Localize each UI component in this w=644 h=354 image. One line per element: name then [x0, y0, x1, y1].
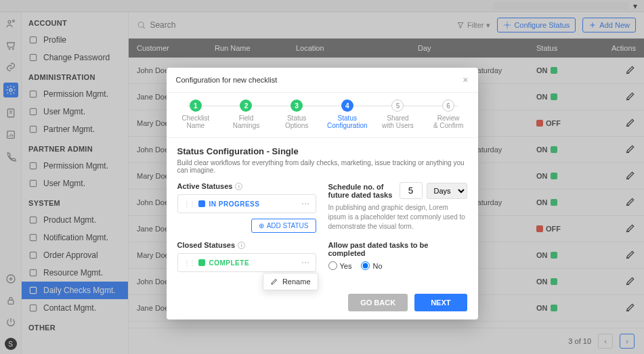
more-icon[interactable]: ⋯ — [301, 258, 310, 267]
closed-status-row[interactable]: ⋮⋮ COMPLETE ⋯ Rename — [177, 253, 316, 272]
status-label: COMPLETE — [209, 259, 250, 267]
step-number: 1 — [190, 99, 202, 112]
step-number: 3 — [291, 99, 303, 112]
step[interactable]: 4StatusConfiguration — [324, 99, 371, 129]
go-back-button[interactable]: GO BACK — [348, 294, 408, 311]
step-label: ChecklistName — [172, 114, 219, 129]
modal-title: Configuration for new checklist — [176, 76, 278, 84]
step-label: Review& Confirm — [425, 114, 472, 129]
drag-handle-icon[interactable]: ⋮⋮ — [184, 259, 194, 267]
step[interactable]: 6Review& Confirm — [425, 99, 472, 129]
active-status-row[interactable]: ⋮⋮ IN PROGRESS ⋯ — [177, 194, 316, 213]
section-desc: Build clear workflows for everything fro… — [177, 159, 467, 174]
next-button[interactable]: NEXT — [414, 294, 467, 311]
active-statuses-label: Active Statuses i — [177, 182, 316, 190]
status-label: IN PROGRESS — [209, 200, 260, 208]
modal-footer: GO BACK NEXT — [167, 286, 478, 319]
step-label: FieldNamings — [222, 114, 270, 129]
past-dated-label: Allow past dated tasks to be completed — [328, 241, 467, 257]
pencil-icon — [270, 278, 278, 286]
modal: Configuration for new checklist × 1Check… — [167, 68, 478, 319]
close-icon[interactable]: × — [463, 74, 468, 85]
step-label: StatusConfiguration — [324, 114, 371, 129]
step-number: 2 — [240, 99, 252, 112]
schedule-help: In publishing and graphic design, Lorem … — [328, 203, 467, 231]
radio-yes[interactable]: Yes — [328, 261, 352, 270]
step[interactable]: 3StatusOptions — [273, 99, 320, 129]
modal-overlay: Configuration for new checklist × 1Check… — [0, 0, 644, 354]
schedule-unit-select[interactable]: Days — [427, 183, 467, 199]
step[interactable]: 5Sharedwith Users — [374, 99, 421, 129]
radio-no[interactable]: No — [361, 261, 382, 270]
step-number: 6 — [442, 99, 454, 112]
drag-handle-icon[interactable]: ⋮⋮ — [184, 200, 194, 208]
status-color-square — [198, 200, 205, 207]
info-icon[interactable]: i — [238, 242, 245, 249]
step-label: Sharedwith Users — [374, 114, 421, 129]
schedule-value-input[interactable] — [400, 182, 423, 199]
schedule-label: Schedule no. of future dated tasks — [328, 183, 395, 199]
closed-statuses-label: Closed Statuses i — [177, 241, 316, 249]
stepper: 1ChecklistName2FieldNamings3StatusOption… — [167, 93, 478, 138]
modal-header: Configuration for new checklist × — [167, 68, 478, 93]
more-icon[interactable]: ⋯ — [301, 199, 310, 208]
rename-popover[interactable]: Rename — [263, 273, 318, 290]
step-number: 4 — [341, 99, 353, 112]
step[interactable]: 1ChecklistName — [172, 99, 219, 129]
step-number: 5 — [391, 99, 404, 112]
info-icon[interactable]: i — [235, 183, 242, 190]
status-color-square — [198, 259, 205, 266]
section-title: Status Configuration - Single — [177, 146, 467, 156]
plus-icon: ⊕ — [259, 222, 264, 229]
add-status-button[interactable]: ⊕ ADD STATUS — [251, 219, 316, 233]
step[interactable]: 2FieldNamings — [222, 99, 270, 129]
step-label: StatusOptions — [273, 114, 320, 129]
